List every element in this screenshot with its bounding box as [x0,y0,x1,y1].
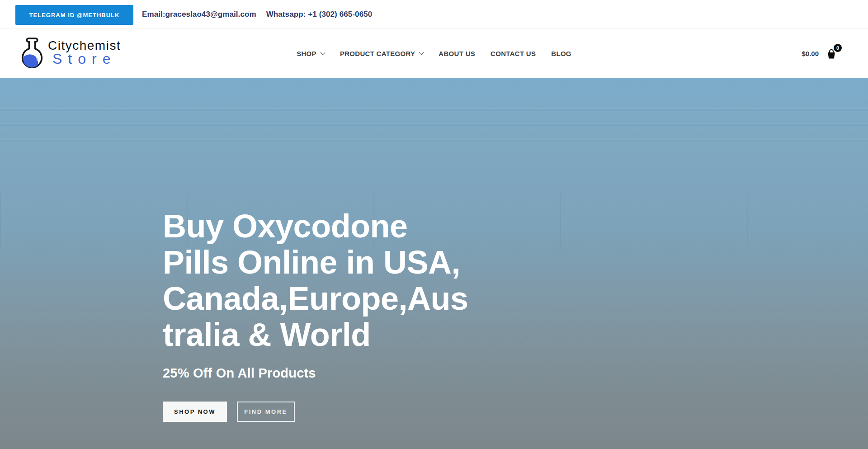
hero-buttons: SHOP NOW FIND MORE [163,402,295,422]
nav-item-shop[interactable]: SHOP [297,50,325,57]
hero-heading-line: Canada,Europe,Aus [163,280,468,317]
cart-count-badge: 0 [834,44,842,52]
topbar: TELEGRAM ID @METHBULK Email:graceslao43@… [0,0,868,28]
nav-label: BLOG [551,50,571,57]
cart-widget[interactable]: $0.00 0 [802,29,837,78]
nav-label: PRODUCT CATEGORY [340,50,415,57]
find-more-button[interactable]: FIND MORE [237,402,295,422]
page: TELEGRAM ID @METHBULK Email:graceslao43@… [0,0,868,449]
hero-banner: Buy Oxycodone Pills Online in USA, Canad… [0,78,868,449]
hero-heading-line: tralia & World [163,317,468,353]
shop-now-button[interactable]: SHOP NOW [163,402,227,422]
hero-heading: Buy Oxycodone Pills Online in USA, Canad… [163,208,468,353]
nav-item-blog[interactable]: BLOG [551,50,571,57]
hero-heading-line: Buy Oxycodone [163,208,468,244]
cart-total: $0.00 [802,50,819,57]
flask-icon [17,36,47,71]
site-header: Citychemist Store SHOP PRODUCT CATEGORY … [0,29,868,78]
nav-item-product-category[interactable]: PRODUCT CATEGORY [340,50,423,57]
logo-name-bottom: Store [52,52,121,66]
main-nav: SHOP PRODUCT CATEGORY ABOUT US CONTACT U… [297,29,571,78]
contact-info: Email:graceslao43@gmail.com Whatsapp: +1… [142,0,372,28]
nav-label: ABOUT US [439,50,475,57]
chevron-down-icon [320,50,325,55]
nav-label: CONTACT US [491,50,536,57]
shopping-bag-icon: 0 [826,48,837,60]
whatsapp-text: Whatsapp: +1 (302) 665-0650 [266,10,373,19]
nav-item-about-us[interactable]: ABOUT US [439,50,475,57]
nav-label: SHOP [297,50,316,57]
hero-subheading: 25% Off On All Products [163,366,316,381]
site-logo[interactable]: Citychemist Store [17,36,121,71]
nav-item-contact-us[interactable]: CONTACT US [491,50,536,57]
hero-heading-line: Pills Online in USA, [163,244,468,280]
chevron-down-icon [419,50,424,55]
telegram-button[interactable]: TELEGRAM ID @METHBULK [15,5,133,25]
email-text: Email:graceslao43@gmail.com [142,10,256,19]
logo-text: Citychemist Store [48,39,121,66]
